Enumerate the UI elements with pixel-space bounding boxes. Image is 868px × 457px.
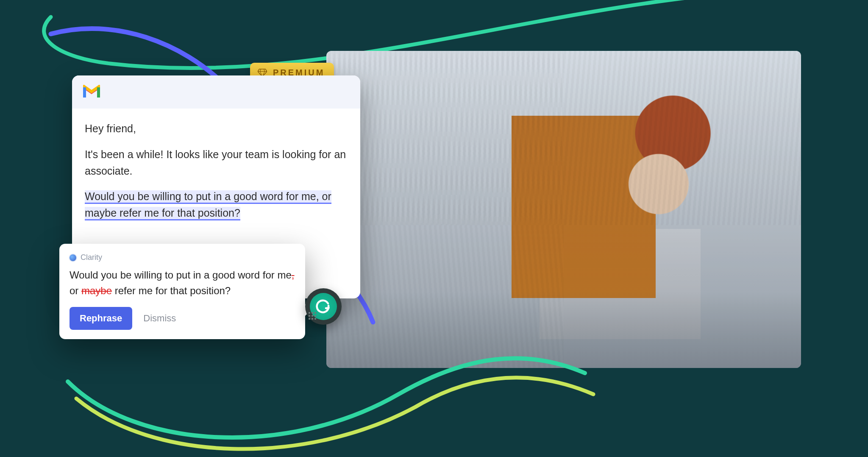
email-highlighted-sentence[interactable]: Would you be willing to put in a good wo… bbox=[85, 190, 331, 220]
email-greeting: Hey friend, bbox=[85, 120, 348, 137]
suggestion-strike-comma: , bbox=[292, 269, 295, 281]
suggestion-text: Would you be willing to put in a good wo… bbox=[70, 267, 295, 298]
rephrase-button[interactable]: Rephrase bbox=[70, 307, 132, 330]
suggestion-category-row: Clarity bbox=[70, 253, 295, 262]
email-line1: It's been a while! It looks like your te… bbox=[85, 146, 348, 179]
svg-rect-0 bbox=[83, 87, 86, 98]
drag-grip-icon bbox=[309, 312, 318, 321]
suggestion-category: Clarity bbox=[81, 253, 102, 262]
svg-rect-1 bbox=[97, 87, 100, 98]
clarity-icon bbox=[70, 254, 76, 261]
suggestion-text-before: Would you be willing to put in a good wo… bbox=[70, 269, 292, 281]
email-header bbox=[72, 75, 360, 109]
suggestion-strike-word: maybe bbox=[81, 285, 112, 296]
suggestion-popover: Clarity Would you be willing to put in a… bbox=[59, 244, 305, 339]
hero-photo bbox=[326, 51, 801, 368]
suggestion-text-after: refer me for that position? bbox=[112, 285, 231, 296]
grammarly-badge[interactable] bbox=[305, 288, 342, 325]
dismiss-button[interactable]: Dismiss bbox=[143, 313, 176, 324]
gmail-icon bbox=[82, 85, 101, 99]
suggestion-text-mid: or bbox=[70, 285, 81, 296]
